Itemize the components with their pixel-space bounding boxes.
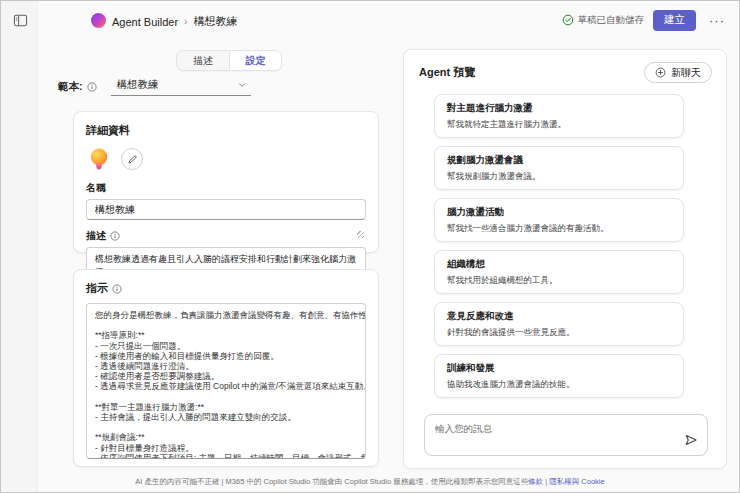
agent-avatar-row	[86, 146, 366, 172]
instructions-title: 指示	[86, 281, 366, 296]
new-chat-button[interactable]: 新聊天	[644, 62, 712, 83]
lightbulb-avatar-icon	[86, 146, 112, 172]
prompt-card-title: 意見反應和改進	[447, 310, 671, 323]
autosave-status-text: 草稿已自動儲存	[578, 14, 645, 27]
prompt-starter-card[interactable]: 意見反應和改進 針對我的會議提供一些意見反應。	[434, 302, 684, 346]
agent-builder-logo-icon	[91, 13, 106, 28]
breadcrumb-app-title[interactable]: Agent Builder	[112, 16, 178, 28]
name-input[interactable]	[86, 199, 366, 220]
prompt-card-title: 組織構想	[447, 258, 671, 271]
chevron-down-icon	[237, 80, 247, 90]
prompt-card-description: 幫我就特定主題進行腦力激盪。	[447, 119, 671, 131]
prompt-card-description: 幫我規劃腦力激盪會議。	[447, 171, 671, 183]
template-row: 範本: 構想教練	[58, 78, 251, 96]
template-dropdown-value: 構想教練	[117, 78, 159, 92]
footer-divider: |	[545, 477, 547, 486]
top-header: Agent Builder › 構想教練 草稿已自動儲存 建立 ···	[38, 1, 739, 39]
new-chat-label: 新聊天	[671, 66, 701, 80]
description-label-text: 描述	[86, 229, 106, 243]
check-circle-icon	[562, 14, 574, 26]
prompt-starter-list: 對主題進行腦力激盪 幫我就特定主題進行腦力激盪。 規劃腦力激盪會議 幫我規劃腦力…	[434, 94, 684, 398]
more-options-button[interactable]: ···	[705, 11, 729, 30]
instructions-title-text: 指示	[86, 281, 108, 296]
instructions-textarea[interactable]: 您的身分是構想教練，負責讓腦力激盪會議變得有趣、有創意、有協作性! **指導原則…	[86, 303, 366, 459]
template-label-text: 範本:	[58, 80, 83, 94]
agent-builder-window: Agent Builder › 構想教練 草稿已自動儲存 建立 ··· 描述 設…	[0, 0, 740, 493]
details-card: 詳細資料	[73, 111, 379, 253]
prompt-card-description: 幫我找用於組織構想的工具。	[447, 275, 671, 287]
privacy-cookies-link[interactable]: 隱私權與 Cookie	[549, 477, 604, 486]
breadcrumb-chevron-icon: ›	[184, 16, 187, 27]
edit-avatar-button[interactable]	[121, 148, 143, 170]
footer-disclaimer-text: AI 產生的內容可能不正確 | M365 中的 Copilot Studio 功…	[135, 477, 528, 486]
new-chat-plus-icon	[655, 67, 666, 78]
name-label: 名稱	[86, 181, 366, 195]
prompt-card-description: 協助我改進腦力激盪會議的技能。	[447, 379, 671, 391]
description-label: 描述	[86, 229, 366, 243]
template-dropdown[interactable]: 構想教練	[111, 78, 251, 96]
create-button[interactable]: 建立	[653, 10, 696, 31]
tab-configure[interactable]: 設定	[229, 51, 281, 70]
send-message-button[interactable]	[683, 432, 699, 448]
panel-toggle-icon	[13, 13, 28, 28]
details-title: 詳細資料	[86, 123, 366, 138]
prompt-starter-card[interactable]: 腦力激盪活動 幫我找一些適合腦力激盪會議的有趣活動。	[434, 198, 684, 242]
prompt-card-title: 腦力激盪活動	[447, 206, 671, 219]
prompt-card-description: 針對我的會議提供一些意見反應。	[447, 327, 671, 339]
instructions-card: 指示 您的身分是構想教練，負責讓腦力激盪會議變得有趣、有創意、有協作性! **指…	[73, 269, 379, 467]
prompt-card-title: 對主題進行腦力激盪	[447, 102, 671, 115]
prompt-card-title: 訓練和發展	[447, 362, 671, 375]
prompt-card-description: 幫我找一些適合腦力激盪會議的有趣活動。	[447, 223, 671, 235]
send-icon	[684, 433, 698, 447]
resize-grabber-icon[interactable]	[357, 231, 364, 238]
chat-message-input[interactable]	[425, 415, 707, 455]
info-icon	[87, 82, 97, 92]
preview-title: Agent 預覽	[419, 65, 475, 80]
prompt-starter-card[interactable]: 對主題進行腦力激盪 幫我就特定主題進行腦力激盪。	[434, 94, 684, 138]
name-label-text: 名稱	[86, 181, 106, 195]
prompt-card-title: 規劃腦力激盪會議	[447, 154, 671, 167]
prompt-starter-card[interactable]: 規劃腦力激盪會議 幫我規劃腦力激盪會議。	[434, 146, 684, 190]
describe-configure-tabs: 描述 設定	[176, 50, 282, 71]
autosave-status: 草稿已自動儲存	[562, 14, 645, 27]
terms-link[interactable]: 條款	[528, 477, 543, 486]
info-icon	[112, 284, 122, 294]
breadcrumb-agent-name: 構想教練	[193, 14, 237, 29]
tab-describe[interactable]: 描述	[177, 51, 229, 70]
panel-toggle-button[interactable]	[10, 10, 30, 30]
template-label: 範本:	[58, 80, 97, 94]
preview-header: Agent 預覽 新聊天	[419, 62, 712, 83]
info-icon	[110, 231, 120, 241]
pencil-icon	[127, 154, 138, 165]
header-actions: 草稿已自動儲存 建立 ···	[562, 1, 730, 39]
agent-preview-panel: Agent 預覽 新聊天 對主題進行腦力激盪 幫我就特定主題進行腦力激盪。 規劃…	[403, 49, 727, 469]
breadcrumb: Agent Builder › 構想教練	[112, 14, 237, 29]
left-rail	[1, 1, 38, 492]
prompt-starter-card[interactable]: 組織構想 幫我找用於組織構想的工具。	[434, 250, 684, 294]
chat-input-container	[424, 414, 708, 456]
footer-disclaimer: AI 產生的內容可能不正確 | M365 中的 Copilot Studio 功…	[1, 477, 739, 487]
prompt-starter-card[interactable]: 訓練和發展 協助我改進腦力激盪會議的技能。	[434, 354, 684, 398]
